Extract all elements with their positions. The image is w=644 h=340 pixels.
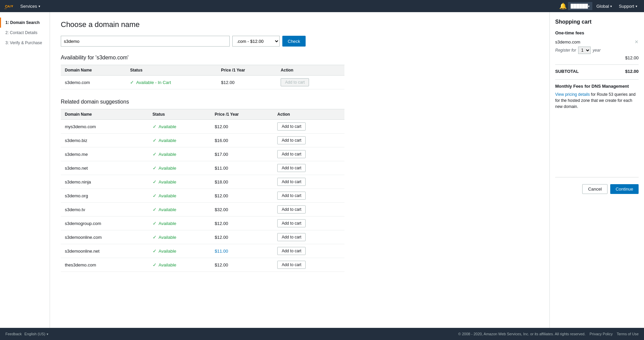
check-icon: ✓	[153, 165, 157, 171]
table-row: thes3demo.com ✓ Available $12.00 Add to …	[61, 258, 344, 272]
sugg-domain-action: Add to cart	[273, 244, 344, 258]
year-select[interactable]: 1 2 3 5	[578, 47, 591, 54]
sidebar-item-domain-search[interactable]: 1: Domain Search	[0, 18, 50, 28]
cart-item-price: $12.00	[555, 55, 639, 60]
sugg-domain-action: Add to cart	[273, 217, 344, 230]
add-to-cart-button[interactable]: Add to cart	[277, 150, 306, 158]
sugg-domain-name: s3demo.me	[61, 147, 149, 161]
view-pricing-link[interactable]: View pricing details	[555, 92, 590, 97]
add-to-cart-button[interactable]: Add to cart	[277, 136, 306, 144]
top-navigation: aws Services ▾ 🔔 ██████ ▾ Global ▾ Suppo…	[0, 0, 644, 12]
sugg-col-status: Status	[149, 109, 211, 120]
continue-button[interactable]: Continue	[610, 184, 639, 194]
tld-select[interactable]: .com - $12.00	[232, 36, 280, 47]
cart-item-header: s3demo.com ✕	[555, 39, 639, 45]
avail-domain-price: $12.00	[217, 76, 277, 89]
avail-col-status: Status	[126, 65, 217, 76]
add-to-cart-button-s3demo[interactable]: Add to cart	[281, 78, 309, 86]
services-menu-button[interactable]: Services ▾	[18, 2, 43, 10]
sugg-domain-name: mys3demo.com	[61, 120, 149, 134]
page-title: Choose a domain name	[61, 20, 539, 29]
domain-price: $12.00	[215, 193, 228, 198]
add-to-cart-button[interactable]: Add to cart	[277, 233, 306, 241]
sugg-domain-name: thes3demo.com	[61, 258, 149, 272]
sugg-domain-price: $17.00	[211, 147, 274, 161]
sugg-domain-price: $12.00	[211, 217, 274, 230]
sidebar-item-contact-details[interactable]: 2: Contact Details	[0, 28, 50, 38]
table-row: mys3demo.com ✓ Available $12.00 Add to c…	[61, 120, 344, 134]
add-to-cart-button[interactable]: Add to cart	[277, 247, 306, 255]
sugg-col-domain: Domain Name	[61, 109, 149, 120]
availability-table: Domain Name Status Price /1 Year Action …	[61, 65, 344, 89]
global-menu-button[interactable]: Global ▾	[594, 2, 615, 10]
avail-domain-status: ✓ Available - In Cart	[126, 76, 217, 89]
domain-price: $17.00	[215, 152, 228, 157]
table-row: s3demo.me ✓ Available $17.00 Add to cart	[61, 147, 344, 161]
add-to-cart-button[interactable]: Add to cart	[277, 164, 306, 172]
add-to-cart-button[interactable]: Add to cart	[277, 192, 306, 200]
sugg-domain-price: $12.00	[211, 230, 274, 244]
table-row: s3demo.tv ✓ Available $32.00 Add to cart	[61, 203, 344, 217]
main-layout: 1: Domain Search 2: Contact Details 3: V…	[0, 12, 644, 328]
check-button[interactable]: Check	[282, 36, 306, 47]
main-content-area: Choose a domain name .com - $12.00 Check…	[50, 12, 549, 328]
cart-divider-3	[555, 177, 639, 177]
avail-domain-name: s3demo.com	[61, 76, 126, 89]
check-icon: ✓	[130, 80, 134, 85]
sugg-domain-status: ✓ Available	[149, 134, 211, 147]
check-icon: ✓	[153, 179, 157, 185]
add-to-cart-button[interactable]: Add to cart	[277, 205, 306, 214]
add-to-cart-button[interactable]: Add to cart	[277, 219, 306, 227]
sugg-domain-action: Add to cart	[273, 134, 344, 147]
cancel-button[interactable]: Cancel	[582, 184, 607, 194]
sugg-col-price: Price /1 Year	[211, 109, 274, 120]
domain-price: $12.00	[215, 235, 228, 240]
step1-label: 1: Domain Search	[5, 20, 40, 25]
price-link[interactable]: $11.00	[215, 249, 228, 254]
account-box[interactable]: ██████ ▾	[568, 2, 592, 10]
sugg-domain-price: $18.00	[211, 175, 274, 189]
domain-search-input[interactable]	[61, 36, 230, 47]
cart-title: Shopping cart	[555, 19, 639, 25]
add-to-cart-button[interactable]: Add to cart	[277, 261, 306, 269]
sugg-domain-status: ✓ Available	[149, 189, 211, 203]
sugg-domain-status: ✓ Available	[149, 161, 211, 175]
sugg-col-action: Action	[273, 109, 344, 120]
domain-price: $18.00	[215, 179, 228, 185]
table-row: s3demogroup.com ✓ Available $12.00 Add t…	[61, 217, 344, 230]
bell-icon[interactable]: 🔔	[559, 2, 567, 10]
sugg-domain-status: ✓ Available	[149, 244, 211, 258]
table-row: s3demo.biz ✓ Available $16.00 Add to car…	[61, 134, 344, 147]
check-icon: ✓	[153, 234, 157, 240]
sugg-domain-status: ✓ Available	[149, 147, 211, 161]
sidebar-item-verify-purchase[interactable]: 3: Verify & Purchase	[0, 38, 50, 48]
sugg-domain-name: s3demoonline.com	[61, 230, 149, 244]
sugg-domain-name: s3demo.net	[61, 161, 149, 175]
domain-price: $12.00	[215, 124, 228, 129]
suggestions-section-title: Related domain suggestions	[61, 99, 539, 105]
check-icon: ✓	[153, 207, 157, 212]
services-chevron-icon: ▾	[38, 4, 40, 8]
cart-subtotal-row: SUBTOTAL $12.00	[555, 69, 639, 74]
sugg-domain-name: s3demo.org	[61, 189, 149, 203]
sugg-domain-action: Add to cart	[273, 230, 344, 244]
cart-remove-button[interactable]: ✕	[635, 39, 639, 44]
account-chevron-icon: ▾	[588, 4, 590, 8]
sugg-domain-price: $11.00	[211, 161, 274, 175]
sugg-domain-price: $32.00	[211, 203, 274, 217]
sugg-domain-status: ✓ Available	[149, 203, 211, 217]
year-label: year	[593, 48, 600, 53]
support-chevron-icon: ▾	[636, 4, 637, 8]
check-icon: ✓	[153, 221, 157, 226]
aws-logo[interactable]: aws	[4, 3, 15, 9]
domain-price: $11.00	[215, 166, 228, 171]
one-time-fees-label: One-time fees	[555, 30, 639, 35]
add-to-cart-button[interactable]: Add to cart	[277, 122, 306, 131]
support-menu-button[interactable]: Support ▾	[616, 2, 640, 10]
add-to-cart-button[interactable]: Add to cart	[277, 178, 306, 186]
table-row: s3demoonline.net ✓ Available $11.00 Add …	[61, 244, 344, 258]
monthly-fees-section: Monthly Fees for DNS Management View pri…	[555, 84, 639, 110]
avail-col-price: Price /1 Year	[217, 65, 277, 76]
account-value: ██████	[571, 4, 588, 8]
shopping-cart-sidebar: Shopping cart One-time fees s3demo.com ✕…	[549, 12, 644, 328]
